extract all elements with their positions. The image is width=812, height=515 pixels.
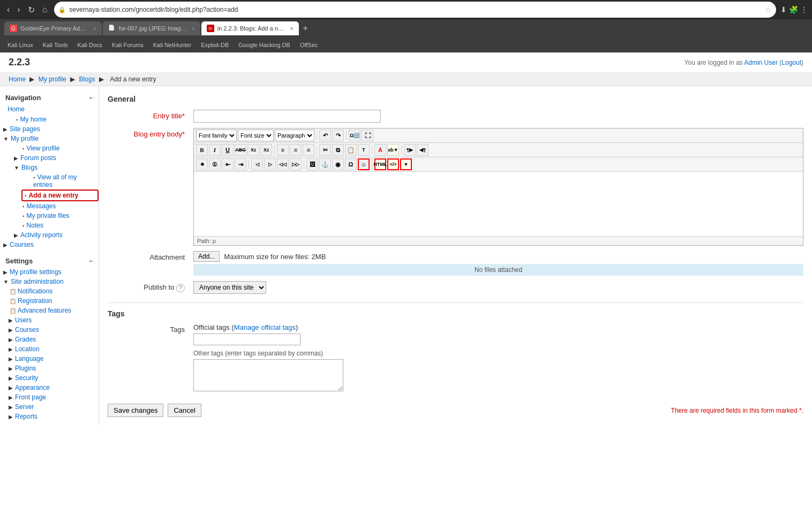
forward-button[interactable]: › [14,4,22,16]
sidebar-toggle-appearance[interactable]: ▶Appearance [7,383,99,392]
direction-button[interactable]: ▼ [400,158,412,170]
fullscreen-button[interactable]: ⛶ [362,130,373,141]
entry-title-input[interactable] [193,110,381,123]
insert-link-button[interactable]: ⚓ [319,158,331,170]
sidebar-toggle-site-admin[interactable]: ▼Site administration [0,277,99,286]
sidebar-toggle-reports[interactable]: ▶Reports [7,412,99,421]
paragraph-select[interactable]: Paragraph [275,130,314,141]
publish-to-select[interactable]: Anyone on this site [193,281,266,294]
indent-button[interactable]: ⇥ [235,158,246,170]
nav-toggle-icons[interactable]: ▪▫ [89,95,93,101]
sidebar-toggle-users[interactable]: ▶Users [7,315,99,325]
paste-button[interactable]: 📋 [345,144,357,156]
italic-button[interactable]: I [209,144,221,156]
insert-special-button[interactable]: Ω [345,158,357,170]
redo-button[interactable]: ↷ [332,130,344,141]
manage-official-tags-link[interactable]: Manage official tags [234,323,296,331]
cancel-button[interactable]: Cancel [168,404,201,417]
ol-button[interactable]: ① [209,158,221,170]
sidebar-item-notifications[interactable]: 📋Notifications [7,286,99,296]
sidebar-toggle-site-pages[interactable]: ▶Site pages [0,124,99,134]
sidebar-toggle-courses[interactable]: ▶Courses [0,240,99,249]
bookmark-kali-docs[interactable]: Kali Docs [74,41,106,49]
sidebar-item-messages[interactable]: ▪Messages [11,201,99,211]
new-tab-button[interactable]: + [300,24,311,33]
tab-blog[interactable]: in in 2.2.3: Blogs: Add a new e… × [201,21,299,35]
reload-button[interactable]: ↻ [25,4,37,16]
bold-button[interactable]: B [196,144,208,156]
sidebar-toggle-server[interactable]: ▶Server [7,402,99,412]
bookmark-offsec[interactable]: OffSec [297,41,321,49]
breadcrumb-blogs[interactable]: Blogs [79,75,95,83]
rtl-button[interactable]: ◀¶ [417,144,428,156]
copy-button[interactable]: ⧉ [332,144,344,156]
bookmark-kali-linux[interactable]: Kali Linux [4,41,36,49]
font-family-select[interactable]: Font family [196,130,237,141]
bookmark-kali-nethunter[interactable]: Kali NetHunter [150,41,195,49]
font-color-button[interactable]: A [374,144,386,156]
logout-link[interactable]: Logout [781,59,801,66]
sidebar-toggle-my-profile[interactable]: ▼My profile [0,134,99,143]
undo-button[interactable]: ↶ [319,130,331,141]
ul-button[interactable]: ⁕ [196,158,208,170]
sidebar-toggle-language[interactable]: ▶Language [7,354,99,363]
align-center-button[interactable]: ≡ [290,144,302,156]
sidebar-item-home[interactable]: Home [0,104,99,114]
html-button[interactable]: HTML [374,158,386,170]
sidebar-item-add-new-entry[interactable]: ▪Add a new entry [21,190,99,201]
insert-image-button[interactable]: 🖼 [306,158,318,170]
settings-toggle-icons[interactable]: ▪▫ [89,258,93,264]
code-button[interactable]: </> [387,158,399,170]
smileys-button[interactable]: ☺ [358,158,370,170]
cut-button[interactable]: ✂ [319,144,331,156]
format-2-button[interactable]: ▷ [264,158,276,170]
format-4-button[interactable]: ▷▷ [290,158,302,170]
sidebar-item-my-home[interactable]: ▪My home [9,114,99,124]
format-1-button[interactable]: ◁ [251,158,263,170]
sidebar-item-view-all-entries[interactable]: ▪View all of my entries [21,172,99,190]
ltr-button[interactable]: ¶▶ [404,144,416,156]
official-tags-input[interactable] [193,334,300,345]
sidebar-item-my-private-files[interactable]: ▪My private files [11,211,99,221]
bookmark-star-icon[interactable]: ☆ [765,5,772,14]
publish-help-icon[interactable]: ? [176,284,185,292]
sidebar-item-view-profile[interactable]: ▪View profile [11,143,99,153]
other-tags-textarea[interactable] [193,359,343,391]
underline-button[interactable]: U [222,144,234,156]
align-right-button[interactable]: ≡ [303,144,314,156]
breadcrumb-myprofile[interactable]: My profile [39,75,66,83]
save-changes-button[interactable]: Save changes [108,404,163,417]
format-3-button[interactable]: ◁◁ [277,158,289,170]
sidebar-toggle-grades[interactable]: ▶Grades [7,335,99,344]
back-button[interactable]: ‹ [4,4,12,16]
bg-color-button[interactable]: ab▼ [387,144,399,156]
tab-close-goldeneye[interactable]: × [93,26,96,32]
editor-body[interactable] [194,172,803,236]
strikethrough-button[interactable]: ABC [235,144,246,156]
bookmark-exploit-db[interactable]: Exploit-DB [198,41,232,49]
superscript-button[interactable]: X2 [260,144,272,156]
bookmark-google-hacking[interactable]: Google Hacking DB [235,41,294,49]
sidebar-item-advanced-features[interactable]: 📋Advanced features [7,306,99,315]
sidebar-toggle-settings-courses[interactable]: ▶Courses [7,325,99,335]
extensions-button[interactable]: 🧩 [789,5,798,14]
bookmark-kali-forums[interactable]: Kali Forums [109,41,147,49]
sidebar-toggle-security[interactable]: ▶Security [7,373,99,383]
sidebar-item-registration[interactable]: 📋Registration [7,296,99,306]
insert-media-button[interactable]: ◉ [332,158,344,170]
bookmark-kali-tools[interactable]: Kali Tools [40,41,71,49]
breadcrumb-home[interactable]: Home [9,75,26,83]
menu-button[interactable]: ⋮ [800,5,808,14]
sidebar-toggle-plugins[interactable]: ▶Plugins [7,363,99,373]
sidebar-toggle-forum-posts[interactable]: ▶Forum posts [11,153,99,163]
outdent-button[interactable]: ⇤ [222,158,234,170]
tab-goldeneye[interactable]: G GoldenEye Primary Admin S… × [4,21,102,35]
tab-jpeg[interactable]: 📄 for-007.jpg (JPEG Image, 31… × [103,21,200,35]
special-chars-button[interactable]: Ω🔡 [349,130,360,141]
sidebar-toggle-location[interactable]: ▶Location [7,344,99,354]
paste-text-button[interactable]: T [358,144,370,156]
address-bar[interactable]: 🔒 severnaya-station.com/gnocertdir/blog/… [54,2,776,18]
sidebar-toggle-profile-settings[interactable]: ▶My profile settings [0,267,99,277]
home-button[interactable]: ⌂ [40,4,50,16]
sidebar-item-notes[interactable]: ▪Notes [11,221,99,230]
